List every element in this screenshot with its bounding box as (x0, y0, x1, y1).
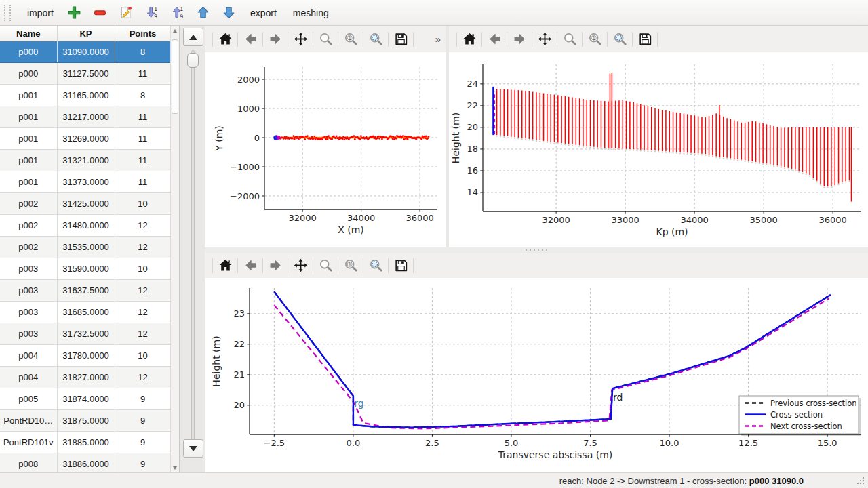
table-row[interactable]: p00331637.500012 (0, 280, 171, 302)
table-cell[interactable]: p003 (0, 302, 57, 323)
table-row[interactable]: p00131373.000011 (0, 171, 171, 193)
table-cell[interactable]: 12 (115, 367, 171, 388)
zoom-fit-button[interactable] (366, 29, 386, 49)
plan-view-canvas[interactable]: 320003400036000−2000−1000010002000X (m)Y… (205, 52, 446, 247)
column-header-points[interactable]: Points (115, 26, 171, 41)
pan-button[interactable] (290, 29, 311, 49)
zoom-region-button[interactable]: 1 (340, 29, 361, 49)
table-cell[interactable]: 11 (115, 106, 171, 128)
table-cell[interactable]: 11 (115, 63, 171, 85)
table-cell[interactable]: PontRD101v (0, 432, 57, 453)
edit-cross-section-button[interactable] (117, 4, 135, 22)
table-cell[interactable]: 31425.0000 (57, 193, 115, 215)
slider-track[interactable] (191, 50, 195, 442)
table-row[interactable]: PontRD101v31885.00009 (0, 432, 171, 453)
table-cell[interactable]: 31590.0000 (57, 258, 115, 280)
slider-up-button[interactable] (183, 28, 203, 46)
table-row[interactable]: p00831886.00009 (0, 453, 171, 473)
zoom-fit-button[interactable] (610, 29, 630, 49)
table-row[interactable]: p00231425.000010 (0, 193, 171, 215)
resize-grip[interactable] (857, 477, 865, 485)
table-cell[interactable]: 31885.0000 (57, 432, 115, 453)
scrollbar-up-arrow[interactable] (172, 26, 178, 35)
table-cell[interactable]: 10 (115, 193, 171, 215)
table-cell[interactable]: 10 (115, 258, 171, 280)
table-cell[interactable]: 12 (115, 237, 171, 258)
home-button[interactable] (215, 256, 235, 276)
scrollbar-down-arrow[interactable] (172, 464, 178, 472)
table-cell[interactable]: p001 (0, 85, 57, 106)
back-button[interactable] (240, 256, 260, 276)
table-cell[interactable]: p002 (0, 237, 57, 258)
longitudinal-profile-canvas[interactable]: 3200033000340003500036000141618202224Kp … (449, 52, 868, 247)
forward-button[interactable] (265, 256, 285, 276)
meshing-button[interactable]: meshing (289, 5, 333, 21)
import-button[interactable]: import (23, 5, 58, 21)
table-cell[interactable]: 31480.0000 (57, 215, 115, 237)
table-cell[interactable]: 31373.0000 (57, 171, 115, 193)
sort-descending-button[interactable]: 19 (143, 4, 161, 22)
add-cross-section-button[interactable] (66, 4, 83, 22)
table-cell[interactable]: p004 (0, 367, 57, 388)
table-cell[interactable]: 31780.0000 (57, 345, 115, 367)
zoom-region-button[interactable]: 1 (340, 256, 361, 276)
table-cell[interactable]: 31732.5000 (57, 323, 115, 345)
column-header-kp[interactable]: KP (57, 26, 115, 41)
table-cell[interactable]: 31827.0000 (57, 367, 115, 388)
table-row[interactable]: PontRD10…31875.00009 (0, 410, 171, 432)
zoom-fit-button[interactable] (366, 256, 386, 276)
table-cell[interactable]: p001 (0, 150, 57, 171)
table-cell[interactable]: 31535.0000 (57, 237, 115, 258)
table-cell[interactable]: 31637.5000 (57, 280, 115, 302)
table-cell[interactable]: 11 (115, 128, 171, 150)
table-row[interactable]: p00031090.00008 (0, 41, 171, 63)
zoom-region-button[interactable]: 1 (585, 29, 605, 49)
column-header-name[interactable]: Name (0, 26, 57, 41)
table-cell[interactable]: 31685.0000 (57, 302, 115, 323)
table-cell[interactable]: 31269.0000 (57, 128, 115, 150)
table-cell[interactable]: p000 (0, 41, 57, 63)
toolbar-overflow-button[interactable]: » (435, 33, 441, 45)
home-button[interactable] (459, 29, 479, 49)
pan-button[interactable] (290, 256, 311, 276)
table-cell[interactable]: 12 (115, 280, 171, 302)
table-row[interactable]: p00431780.000010 (0, 345, 171, 367)
table-cell[interactable]: p002 (0, 215, 57, 237)
table-cell[interactable]: p003 (0, 323, 57, 345)
table-cell[interactable]: 31875.0000 (57, 410, 115, 432)
table-cell[interactable]: 31217.0000 (57, 106, 115, 128)
table-row[interactable]: p00331590.000010 (0, 258, 171, 280)
table-cell[interactable]: p001 (0, 106, 57, 128)
pan-button[interactable] (534, 29, 555, 49)
cross-section-canvas[interactable]: −2.50.02.55.07.510.012.515.020212223Tran… (205, 278, 868, 472)
table-cell[interactable]: 12 (115, 215, 171, 237)
table-cell[interactable]: 9 (115, 410, 171, 432)
table-cell[interactable]: p003 (0, 258, 57, 280)
table-cell[interactable]: 12 (115, 302, 171, 323)
table-row[interactable]: p00131269.000011 (0, 128, 171, 150)
table-row[interactable]: p00231535.000012 (0, 237, 171, 258)
table-cell[interactable]: 8 (115, 41, 171, 63)
table-row[interactable]: p00131321.000011 (0, 150, 171, 171)
table-cell[interactable]: 12 (115, 323, 171, 345)
table-cell[interactable]: p005 (0, 388, 57, 410)
table-row[interactable]: p00131165.00008 (0, 85, 171, 106)
export-button[interactable]: export (246, 5, 281, 21)
table-row[interactable]: p00231480.000012 (0, 215, 171, 237)
table-cell[interactable]: 11 (115, 150, 171, 171)
save-button[interactable] (635, 29, 655, 49)
slider-handle[interactable] (187, 53, 199, 68)
table-cell[interactable]: PontRD10… (0, 410, 57, 432)
table-row[interactable]: p00131217.000011 (0, 106, 171, 128)
forward-button[interactable] (509, 29, 530, 49)
zoom-button[interactable] (315, 29, 336, 49)
forward-button[interactable] (265, 29, 285, 49)
table-cell[interactable]: p000 (0, 63, 57, 85)
table-cell[interactable]: 9 (115, 453, 171, 473)
table-scrollbar[interactable] (170, 26, 179, 472)
table-cell[interactable]: 31090.0000 (57, 41, 115, 63)
table-cell[interactable]: 8 (115, 85, 171, 106)
table-cell[interactable]: 31874.0000 (57, 388, 115, 410)
table-cell[interactable]: 31127.5000 (57, 63, 115, 85)
table-cell[interactable]: p008 (0, 453, 57, 473)
